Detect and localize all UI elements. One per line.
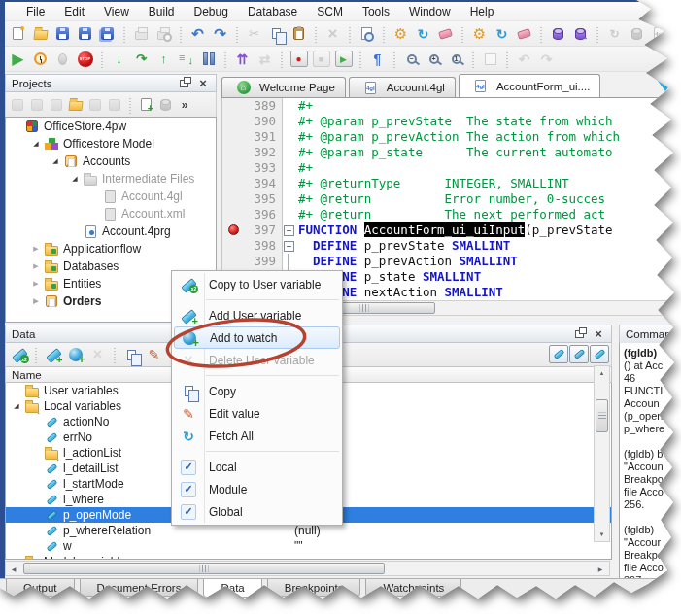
menu-item-global[interactable]: ✓Global xyxy=(172,500,342,523)
page-add-icon[interactable] xyxy=(136,94,155,116)
float-panel-icon[interactable] xyxy=(177,77,190,90)
menu-file[interactable]: File xyxy=(17,3,54,20)
breakpoint-margin[interactable] xyxy=(222,254,246,269)
tab-account-4gl[interactable]: Account.4gl xyxy=(349,77,456,97)
tree-item-officestore-4pw[interactable]: OfficeStore.4pw xyxy=(6,118,216,135)
redo-icon[interactable]: ↷ xyxy=(209,23,231,45)
bottom-tab-watchpoints[interactable]: Watchpoints xyxy=(365,579,461,597)
expand-icon[interactable]: ▶ xyxy=(10,558,23,560)
menu-edit[interactable]: Edit xyxy=(54,3,94,20)
menu-debug[interactable]: Debug xyxy=(185,3,238,20)
fold-collapse-icon[interactable] xyxy=(283,238,295,254)
data-row-module-variables[interactable]: ▶Module variables xyxy=(6,554,611,560)
step-into-icon[interactable]: ↓ xyxy=(108,49,130,70)
db-new-icon[interactable] xyxy=(547,23,569,45)
menu-item-add-user-variable[interactable]: Add User variable xyxy=(172,304,342,326)
gear-icon[interactable]: ⚙ xyxy=(468,23,491,45)
db-import-icon[interactable] xyxy=(569,23,592,45)
tree-item-account-xml[interactable]: Account.xml xyxy=(6,205,216,222)
pencil-icon[interactable]: ✎ xyxy=(143,344,165,365)
schedule-icon[interactable] xyxy=(29,49,51,70)
eraser-icon[interactable] xyxy=(513,23,535,45)
data-hscrollbar[interactable]: ◀ ▶ xyxy=(5,561,610,576)
record-icon[interactable]: ● xyxy=(288,49,310,70)
tree-item-officestore-model[interactable]: ◢Officestore Model xyxy=(6,135,216,153)
expand-icon[interactable]: ▶ xyxy=(29,297,43,305)
expand-icon[interactable]: ▶ xyxy=(29,262,43,270)
tag-plus-icon[interactable] xyxy=(42,344,64,365)
fold-collapse-icon[interactable] xyxy=(283,222,295,238)
menu-item-module[interactable]: ✓Module xyxy=(172,478,342,500)
menu-item-local[interactable]: ✓Local xyxy=(172,456,342,478)
tree-item-intermediate-files[interactable]: ◢Intermediate Files xyxy=(6,170,216,188)
breakpoint-margin[interactable] xyxy=(222,222,246,238)
data-hscrollbar-thumb[interactable] xyxy=(23,563,385,574)
refresh-icon[interactable]: ↻ xyxy=(412,23,434,45)
menu-help[interactable]: Help xyxy=(460,3,504,20)
breakpoint-icon[interactable] xyxy=(228,224,239,235)
pencil-button-3[interactable] xyxy=(590,345,609,363)
pencil-button-2[interactable] xyxy=(569,345,589,363)
new-file-icon[interactable] xyxy=(7,23,29,45)
collapse-icon[interactable]: ◢ xyxy=(10,402,23,410)
pencil-button-1[interactable] xyxy=(549,345,568,363)
gear-icon[interactable]: ⚙ xyxy=(390,23,412,45)
step-over-icon[interactable]: ↷ xyxy=(130,49,153,70)
menu-build[interactable]: Build xyxy=(139,3,185,20)
step-out-icon[interactable]: ↑ xyxy=(153,49,175,70)
menu-tools[interactable]: Tools xyxy=(353,3,399,20)
scroll-up-icon[interactable]: ▲ xyxy=(595,366,609,380)
breakpoint-margin[interactable] xyxy=(222,98,246,114)
set-next-icon[interactable]: ⇈ xyxy=(231,49,254,70)
overflow-icon[interactable]: » xyxy=(175,94,194,116)
tab-accountform-ui[interactable]: AccountForm_ui.... xyxy=(459,74,601,97)
menu-view[interactable]: View xyxy=(94,3,139,20)
tab-list-dropdown-icon[interactable] xyxy=(658,81,673,91)
menu-window[interactable]: Window xyxy=(399,3,460,20)
breakpoint-margin[interactable] xyxy=(222,129,246,145)
breakpoint-margin[interactable] xyxy=(222,114,246,129)
bottom-tab-output[interactable]: Output xyxy=(6,579,75,597)
breakpoint-margin[interactable] xyxy=(222,145,246,160)
menu-item-copy-to-user-variable[interactable]: Copy to User variable xyxy=(172,273,342,295)
breakpoint-margin[interactable] xyxy=(222,191,246,207)
refresh-icon[interactable]: ↻ xyxy=(491,23,513,45)
tree-item-applicationflow[interactable]: ▶Applicationflow xyxy=(6,240,216,257)
copy-icon[interactable] xyxy=(265,23,288,45)
stop-sign-icon[interactable] xyxy=(74,49,96,70)
tree-item-accounts[interactable]: ◢Accounts xyxy=(6,153,216,170)
menu-database[interactable]: Database xyxy=(238,3,307,20)
menu-item-add-to-watch[interactable]: Add to watch xyxy=(174,326,340,349)
open-icon[interactable] xyxy=(66,94,85,116)
pause-icon[interactable] xyxy=(197,49,220,70)
breakpoint-margin[interactable] xyxy=(222,160,246,176)
close-panel-icon[interactable]: × xyxy=(592,327,605,341)
tag-x2-icon[interactable] xyxy=(8,344,30,365)
paste-icon[interactable] xyxy=(288,23,310,45)
tree-item-account-4gl[interactable]: Account.4gl xyxy=(6,188,216,205)
pilcrow-icon[interactable]: ¶ xyxy=(366,49,389,70)
collapse-icon[interactable]: ◢ xyxy=(49,157,62,165)
resume-icon[interactable]: ▶ xyxy=(332,49,355,70)
menu-item-edit-value[interactable]: ✎Edit value xyxy=(172,402,342,425)
scroll-down-icon[interactable]: ▼ xyxy=(595,528,609,541)
collapse-icon[interactable]: ◢ xyxy=(68,175,82,183)
breakpoint-margin[interactable] xyxy=(222,238,246,254)
watch-plus-icon[interactable] xyxy=(64,344,86,365)
undo-icon[interactable]: ↶ xyxy=(187,23,209,45)
eraser-icon[interactable] xyxy=(434,23,457,45)
copy-icon[interactable] xyxy=(120,344,143,365)
save-icon[interactable] xyxy=(51,23,74,45)
data-vscrollbar[interactable]: ▲ ▼ xyxy=(594,365,610,542)
search-files-icon[interactable] xyxy=(356,23,378,45)
save-as-icon[interactable] xyxy=(74,23,96,45)
close-panel-icon[interactable]: × xyxy=(196,77,210,90)
breakpoint-margin[interactable] xyxy=(222,176,246,191)
zoom-out-icon[interactable]: − xyxy=(400,49,423,70)
expand-icon[interactable]: ▶ xyxy=(29,245,43,253)
scroll-right-icon[interactable]: ▶ xyxy=(593,562,608,575)
bottom-tab-data[interactable]: Data xyxy=(203,579,261,598)
collapse-icon[interactable]: ◢ xyxy=(29,140,43,148)
breakpoint-margin[interactable] xyxy=(222,207,246,222)
zoom-one-icon[interactable]: 1 xyxy=(445,49,467,70)
